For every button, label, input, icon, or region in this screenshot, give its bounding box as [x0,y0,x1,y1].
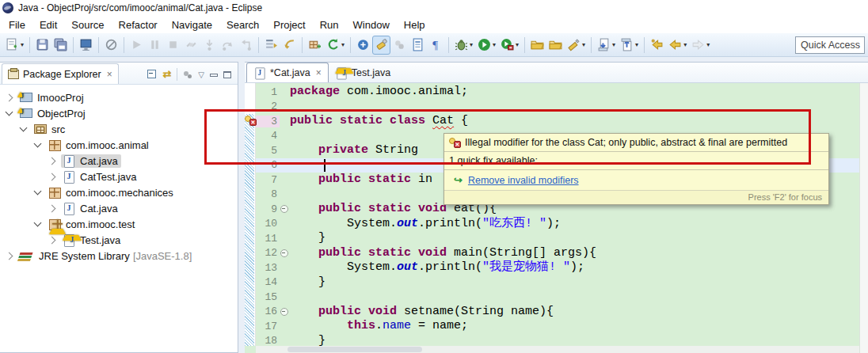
tree-item-content[interactable]: com.imooc.animal [47,139,152,152]
annotate-button[interactable]: ▾ [565,36,588,55]
new-wizard-button[interactable]: ▾ [3,36,26,55]
collapse-chevron-icon[interactable] [20,124,28,132]
expand-chevron-icon[interactable] [48,173,56,180]
import-icon [597,38,611,51]
tree-item-content[interactable]: JRE System Library[JavaSE-1.8] [18,249,195,263]
menu-navigate[interactable]: Navigate [165,17,219,32]
menu-file[interactable]: File [2,17,32,32]
menu-help[interactable]: Help [397,17,432,32]
tree-item-cat-java[interactable]: Cat.java [0,200,238,216]
minimize-icon[interactable] [210,74,218,77]
dropdown-caret-icon[interactable]: ▾ [516,41,519,48]
tree-item-content[interactable]: com.imooc.mechanices [47,186,177,199]
horizontal-scrollbar[interactable] [256,346,859,353]
editor-tab-test-java[interactable]: Test.java [329,63,397,82]
tree-item-cat-java[interactable]: Cat.java [0,153,238,169]
expand-chevron-icon[interactable] [48,204,56,212]
menu-refactor[interactable]: Refactor [112,17,165,32]
mark-occurrences-button[interactable] [372,36,390,55]
dropdown-caret-icon[interactable]: ▾ [582,41,585,48]
close-view-icon[interactable]: × [107,69,112,80]
vertical-scrollbar[interactable] [859,83,868,353]
tree-item-src[interactable]: src [0,121,238,137]
back-button[interactable]: ▾ [666,36,689,55]
dropdown-caret-icon[interactable]: ▾ [706,41,710,48]
tree-item-com-imooc-test[interactable]: com.imooc.test [0,216,238,232]
toolbar-separator [591,37,592,53]
new-connection-button[interactable] [354,36,372,55]
menu-project[interactable]: Project [266,17,312,32]
tree-item-cattest-java[interactable]: CatTest.java [0,169,238,184]
run-button[interactable]: ▾ [475,36,498,55]
open-type-button[interactable] [409,36,427,55]
collapse-chevron-icon[interactable] [6,108,13,116]
save-all-button[interactable] [51,36,70,55]
tree-item-com-imooc-animal[interactable]: com.imooc.animal [0,137,238,153]
dropdown-caret-icon[interactable]: ▾ [635,41,638,48]
run-last-launched-button[interactable]: ▾ [498,36,521,55]
menu-search[interactable]: Search [219,17,266,32]
open-file-button[interactable] [546,36,565,55]
expand-chevron-icon[interactable] [48,236,56,244]
menu-edit[interactable]: Edit [32,17,64,32]
collapse-chevron-icon[interactable] [34,140,42,148]
build-all-button[interactable]: ▾ [324,36,347,55]
menu-source[interactable]: Source [64,17,111,32]
tree-item-content[interactable]: ImoocProj [18,91,87,104]
focus-icon[interactable] [183,70,192,79]
tree-item-content[interactable]: src [32,123,68,136]
dropdown-caret-icon[interactable]: ▾ [341,41,345,48]
tree-item-objectproj[interactable]: ObjectProj [0,105,238,121]
open-resource-button[interactable] [528,36,546,55]
tree-item-content[interactable]: Cat.java [61,154,121,168]
go-last-edit-button[interactable] [648,36,666,55]
expand-chevron-icon[interactable] [6,93,13,101]
maximize-icon[interactable] [223,71,231,78]
tree-item-test-java[interactable]: Test.java [0,232,238,248]
show-whitespace-button[interactable] [427,36,445,55]
save-button[interactable] [33,36,51,55]
expand-chevron-icon[interactable] [48,157,56,165]
scrollbar-thumb[interactable] [287,347,422,352]
link-with-editor-icon[interactable]: ⇄ [162,70,171,79]
tree-item-jre-system-library[interactable]: JRE System Library[JavaSE-1.8] [0,248,238,264]
tree-item-content[interactable]: ObjectProj [18,107,89,120]
import-button[interactable]: ▾ [595,36,618,55]
skip-all-breakpoints-button[interactable] [102,36,120,55]
new-wizard-icon [6,38,19,51]
remove-invalid-modifiers-link[interactable]: Remove invalid modifiers [468,175,579,186]
collapse-chevron-icon[interactable] [34,188,42,195]
tree-item-content[interactable]: CatTest.java [61,170,140,184]
editor-tab--cat-java[interactable]: *Cat.java× [246,63,329,82]
dropdown-caret-icon[interactable]: ▾ [612,41,615,48]
dropdown-caret-icon[interactable]: ▾ [21,41,24,48]
open-console-button[interactable] [77,36,95,55]
synchronize-icon [393,38,406,51]
toolbar-separator [302,37,303,53]
view-menu-icon[interactable]: ▽ [198,70,204,79]
debug-button[interactable]: ▾ [452,36,475,55]
tree-item-content[interactable]: Test.java [61,233,124,247]
menu-run[interactable]: Run [313,17,346,32]
menu-window[interactable]: Window [346,17,397,32]
dropdown-caret-icon[interactable]: ▾ [470,41,473,48]
tree-item-com-imooc-mechanices[interactable]: com.imooc.mechanices [0,184,238,200]
tree-item-content[interactable]: com.imooc.test [47,218,138,231]
collapse-chevron-icon[interactable] [34,219,42,227]
new-java-package-button[interactable] [306,36,324,55]
collapse-all-icon[interactable] [147,70,157,79]
package-explorer-tab[interactable]: Package Explorer × [2,63,119,84]
expand-chevron-icon[interactable] [6,252,13,260]
dropdown-caret-icon[interactable]: ▾ [683,41,687,48]
resume-button [128,36,146,55]
export-button[interactable]: ▾ [618,36,641,55]
tree-item-suffix: [JavaSE-1.8] [133,250,192,262]
tree-item-content[interactable]: Cat.java [61,202,121,215]
quick-access-box[interactable]: Quick Access [795,36,865,54]
next-annotation-button[interactable] [262,36,280,55]
close-tab-icon[interactable]: × [316,67,322,78]
main-toolbar: ▾▾▾▾▾▾▾▾▾▾ Quick Access [0,33,868,57]
dropdown-caret-icon[interactable]: ▾ [493,41,496,48]
tree-item-imoocproj[interactable]: ImoocProj [0,89,238,105]
last-edit-location-button[interactable] [280,36,299,55]
